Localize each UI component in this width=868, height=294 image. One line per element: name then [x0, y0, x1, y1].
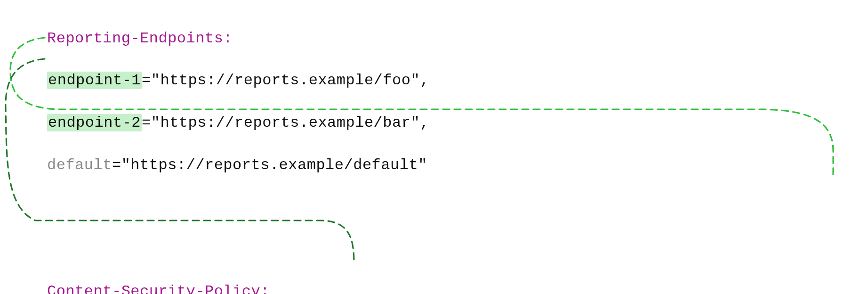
line-endpoint-2: endpoint-2="https://reports.example/bar"…	[47, 113, 596, 134]
code-block: Reporting-Endpoints: endpoint-1="https:/…	[47, 7, 596, 294]
line-default: default="https://reports.example/default…	[47, 155, 596, 176]
line-endpoint-1: endpoint-1="https://reports.example/foo"…	[47, 70, 596, 91]
endpoint-1-url: ="https://reports.example/foo",	[142, 72, 429, 89]
header-csp: Content-Security-Policy:	[47, 283, 270, 294]
line-reporting-header: Reporting-Endpoints:	[47, 28, 596, 49]
endpoint-1-name: endpoint-1	[47, 72, 142, 89]
blank-2	[47, 239, 596, 261]
endpoint-2-name: endpoint-2	[47, 114, 142, 131]
endpoint-2-url: ="https://reports.example/bar",	[142, 114, 429, 131]
header-reporting-endpoints: Reporting-Endpoints:	[47, 30, 233, 47]
default-url: ="https://reports.example/default"	[112, 156, 427, 174]
default-name: default	[47, 156, 112, 174]
line-csp-header: Content-Security-Policy:	[47, 281, 596, 294]
diagram-stage: Reporting-Endpoints: endpoint-1="https:/…	[0, 0, 868, 294]
blank-1	[47, 197, 596, 218]
